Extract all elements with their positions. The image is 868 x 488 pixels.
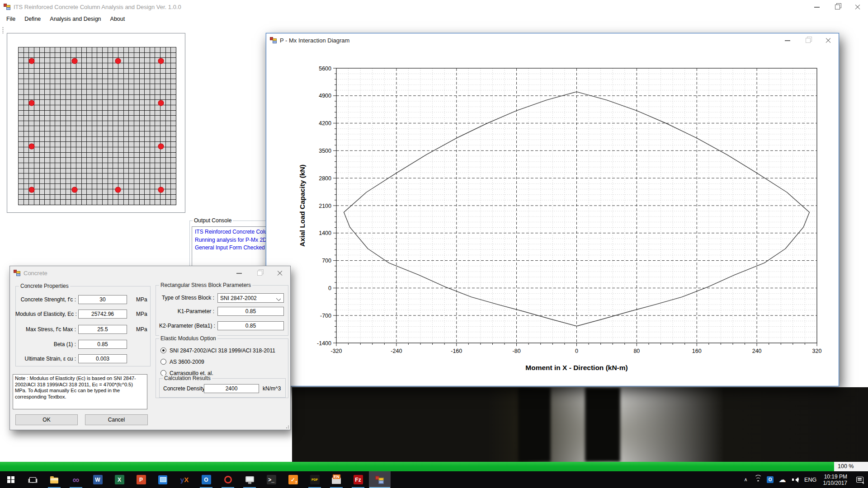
radio-icon [160,347,166,353]
svg-text:-1400: -1400 [317,340,331,347]
taskbar-terminal[interactable]: >_ [260,471,282,488]
taskbar-checklist-app[interactable]: ✓7 [282,471,304,488]
density-input[interactable] [204,384,259,393]
rebar-dot [158,58,164,64]
ec-input[interactable] [78,310,127,319]
ec-unit: MPa [136,311,147,317]
taskbar-excel[interactable]: X [108,471,130,488]
svg-text:-240: -240 [391,348,402,354]
taskbar-photos-app[interactable] [152,471,174,488]
taskbar-yx-app[interactable]: yX [174,471,195,488]
filezilla-icon: Fz [354,475,363,484]
pdf-app-icon: PDF [310,475,320,484]
taskbar-pdf-app[interactable]: PDF [304,471,326,488]
task-view-icon [29,477,36,483]
taskbar-word[interactable]: W [87,471,108,488]
toolstrip-grip-icon[interactable] [2,27,4,33]
main-titlebar[interactable]: ITS Reinforced Concrete Column Analysis … [0,0,868,14]
taskbar-visual-studio[interactable]: ∞ [65,471,87,488]
taskbar-start[interactable] [0,471,22,488]
svg-text:4200: 4200 [319,120,331,127]
chart-titlebar[interactable]: P - Mx Interaction Diagram [266,33,839,47]
svg-text:80: 80 [633,348,640,354]
menu-analysis-and-design[interactable]: Analysis and Design [45,14,105,25]
k2-input[interactable] [217,321,284,330]
svg-text:0: 0 [575,348,578,354]
outlook-icon: O [202,475,211,484]
group-label: Rectangular Stress Block Parameters [159,282,252,288]
app-icon [4,3,11,10]
fc-input[interactable] [78,295,127,304]
wifi-icon[interactable] [752,471,764,488]
outlook-tray-icon[interactable]: O [764,471,776,488]
fcmax-input[interactable] [78,325,127,334]
rebar-dot [115,58,121,64]
volume-icon[interactable] [789,471,802,488]
note-textbox[interactable]: Note : Modulus of Elasticity (Ec) is bas… [13,374,147,409]
svg-text:320: 320 [812,348,822,354]
fcmax-label: Max Stress, f'c Max : [15,326,76,333]
menu-define[interactable]: Define [20,14,45,25]
taskbar-its-app[interactable] [369,471,391,488]
fc-unit: MPa [136,296,147,303]
ec-label: Modulus of Elasticity, Ec : [15,311,76,317]
fc-label: Concrete Strenght, f'c : [15,296,76,303]
ok-button[interactable]: OK [15,414,78,425]
menu-file[interactable]: File [2,14,20,25]
rebar-dot [158,143,164,149]
svg-text:5600: 5600 [319,66,331,72]
svg-text:0: 0 [328,285,331,291]
beta-label: Beta (1) : [15,341,76,347]
taskbar-endnote[interactable]: EN [326,471,347,488]
menu-bar: FileDefineAnalysis and DesignAbout [0,14,868,25]
taskbar-powerpoint[interactable]: P [130,471,152,488]
strain-input[interactable] [78,354,127,363]
close-icon[interactable] [818,33,839,47]
taskbar-monitor-app[interactable] [239,471,260,488]
k1-label: K1-Parameter : [159,308,214,314]
minimize-icon[interactable] [778,33,798,47]
tray-chevron-icon[interactable]: ∧ [740,471,752,488]
action-center-icon[interactable] [852,471,868,488]
taskbar-filezilla[interactable]: Fz [347,471,369,488]
column-section-panel [7,33,185,213]
svg-text:1400: 1400 [319,230,331,236]
taskbar-opera[interactable] [217,471,239,488]
clock[interactable]: 10:19 PM 1/10/2017 [823,474,847,486]
system-tray: ∧ O ☁ ENG 10:19 PM 1/10/2017 [740,471,868,488]
rebar-dot [29,100,35,106]
minimize-icon[interactable] [229,266,250,280]
radio-sni[interactable]: SNI 2847-2002/ACI 318 1999/ACI 318-2011 [160,347,287,354]
taskbar-task-view[interactable] [22,471,43,488]
progress-bar [0,462,834,471]
taskbar-file-explorer[interactable] [43,471,65,488]
monitor-app-icon [245,476,254,482]
onedrive-icon[interactable]: ☁ [776,471,789,488]
app-icon [270,37,277,44]
close-icon[interactable] [270,266,290,280]
rebar-dot [158,187,164,193]
language-indicator[interactable]: ENG [802,471,819,488]
rebar-dot [158,100,164,106]
beta-input[interactable] [78,340,127,349]
svg-text:-80: -80 [513,348,521,354]
resize-grip-icon[interactable] [285,424,289,429]
svg-text:-700: -700 [320,313,331,319]
menu-about[interactable]: About [106,14,130,25]
yx-app-icon: yX [180,476,189,484]
strain-label: Ultimate Strain, ε cu : [15,356,76,362]
restore-icon[interactable] [827,0,848,14]
taskbar-outlook[interactable]: O [195,471,217,488]
maximize-icon [798,33,818,47]
close-icon[interactable] [848,0,868,14]
concrete-titlebar[interactable]: Concrete [10,266,290,280]
radio-as3600[interactable]: AS 3600-2009 [160,358,287,366]
cancel-button[interactable]: Cancel [85,414,148,425]
elastic-modulus-group: Elastic Modulus Option SNI 2847-2002/ACI… [156,338,288,398]
svg-text:-160: -160 [451,348,462,354]
fcmax-unit: MPa [136,326,147,333]
stress-type-dropdown[interactable]: SNI 2847-2002 [217,293,284,303]
its-app-icon [375,475,384,484]
minimize-icon[interactable] [807,0,827,14]
k1-input[interactable] [217,307,284,316]
